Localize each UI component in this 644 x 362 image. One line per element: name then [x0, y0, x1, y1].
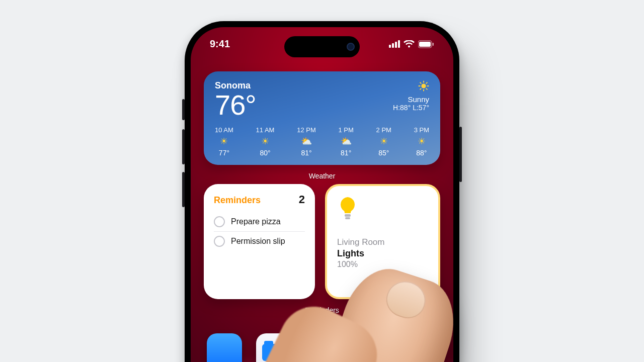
hour-forecast: 3 PM☀︎88°: [414, 126, 429, 157]
app-icon[interactable]: [207, 333, 242, 362]
home-brightness-value: 100%: [337, 260, 428, 269]
svg-point-3: [421, 83, 426, 88]
reminder-label: Permission slip: [231, 237, 285, 246]
weather-widget[interactable]: Sonoma 76° Sunny H:88° L:57° 10 AM☀︎77° …: [204, 71, 440, 165]
svg-line-9: [426, 88, 427, 89]
svg-rect-1: [419, 42, 431, 47]
sun-icon: [393, 80, 429, 93]
sun-icon: ☀︎: [261, 137, 269, 146]
reminder-label: Prepare pizza: [231, 217, 281, 226]
widget-caption: Weather: [204, 172, 440, 180]
reminder-checkbox[interactable]: [214, 236, 225, 247]
svg-rect-2: [433, 43, 434, 46]
sun-icon: ☀︎: [220, 137, 228, 146]
reminder-checkbox[interactable]: [214, 216, 225, 227]
cellular-icon: [389, 40, 400, 48]
weather-hi-lo: H:88° L:57°: [393, 104, 429, 112]
ring-switch: [182, 99, 185, 120]
weather-condition: Sunny: [393, 95, 429, 104]
reminder-item[interactable]: Prepare pizza: [214, 212, 305, 231]
hour-forecast: 2 PM☀︎85°: [376, 126, 391, 157]
hour-forecast: 10 AM☀︎77°: [215, 126, 233, 157]
hour-forecast: 11 AM☀︎80°: [256, 126, 275, 157]
svg-rect-12: [345, 214, 351, 217]
volume-up-button: [182, 129, 185, 164]
battery-icon: [418, 40, 434, 48]
status-bar: 9:41: [191, 38, 453, 50]
home-room-label: Living Room: [337, 237, 428, 247]
cloud-sun-icon: ⛅: [341, 137, 352, 146]
weather-temperature: 76°: [215, 91, 256, 119]
reminders-title: Reminders: [214, 195, 261, 206]
reminders-widget[interactable]: Reminders 2 Prepare pizza Permission sli…: [204, 184, 315, 299]
svg-line-10: [420, 88, 421, 89]
reminder-item[interactable]: Permission slip: [214, 231, 305, 251]
hour-forecast: 1 PM⛅81°: [339, 126, 354, 157]
sun-icon: ☀︎: [418, 137, 426, 146]
reminders-count: 2: [299, 193, 305, 206]
status-time: 9:41: [210, 38, 230, 50]
svg-rect-13: [345, 217, 350, 219]
sun-icon: ☀︎: [380, 137, 388, 146]
lightbulb-icon: [338, 197, 428, 223]
hour-forecast: 12 PM⛅81°: [297, 126, 316, 157]
cloud-sun-icon: ⛅: [301, 137, 312, 146]
svg-line-11: [426, 82, 427, 83]
svg-line-8: [420, 82, 421, 83]
wifi-icon: [404, 40, 415, 48]
volume-down-button: [182, 172, 185, 207]
home-accessory-name: Lights: [337, 248, 428, 259]
weather-hourly: 10 AM☀︎77° 11 AM☀︎80° 12 PM⛅81° 1 PM⛅81°…: [215, 126, 429, 157]
